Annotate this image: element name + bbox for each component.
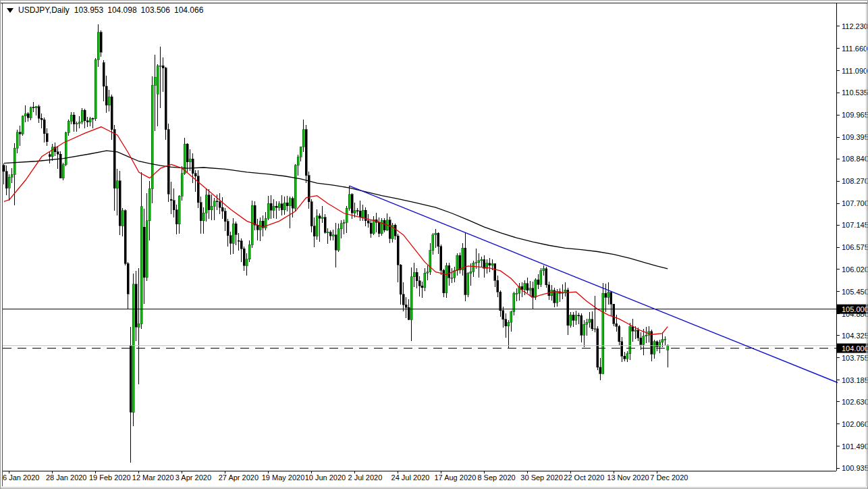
bear-candle [319, 216, 321, 218]
bear-candle [186, 144, 188, 162]
bull-candle [427, 272, 429, 274]
bear-candle [143, 227, 145, 278]
bear-candle [49, 155, 51, 157]
bull-candle [337, 229, 340, 250]
bear-candle [397, 236, 399, 265]
bear-candle [367, 221, 369, 223]
x-axis-label: 6 Jan 2020 [3, 473, 39, 482]
bull-candle [89, 118, 91, 122]
bull-candle [316, 216, 318, 236]
bear-candle [38, 107, 40, 118]
bear-candle [224, 211, 226, 222]
bull-candle [67, 121, 70, 132]
bull-candle [151, 85, 153, 188]
high-value: 104.098 [107, 5, 136, 15]
bear-candle [378, 222, 380, 234]
price-chart[interactable]: 112.230111.660111.090110.535109.965109.3… [0, 0, 868, 489]
bull-candle [643, 336, 645, 345]
bull-candle [267, 203, 269, 218]
bear-candle [240, 241, 242, 249]
trendline[interactable] [350, 186, 838, 382]
bear-candle [84, 110, 86, 120]
bull-candle [410, 277, 412, 320]
horizontal-price-lines[interactable] [3, 309, 836, 349]
bull-candle [634, 330, 636, 331]
x-axis-label: 12 Mar 2020 [132, 473, 174, 482]
bull-candle [65, 132, 67, 164]
bull-candle [11, 174, 13, 177]
bear-candle [100, 32, 102, 53]
bear-candle [402, 294, 404, 305]
bull-candle [13, 148, 16, 174]
y-axis-label: 107.145 [842, 221, 868, 229]
bear-candle [59, 154, 61, 178]
bull-candle [543, 269, 545, 271]
bear-candle [370, 223, 372, 234]
bull-candle [481, 259, 483, 261]
bear-candle [130, 345, 132, 412]
bull-candle [456, 255, 458, 271]
bear-candle [165, 68, 167, 130]
bull-candle [362, 210, 364, 217]
bear-candle [356, 211, 358, 211]
bear-candle [613, 304, 615, 324]
bear-candle [43, 120, 45, 133]
bear-candle [208, 195, 210, 210]
bull-candle [524, 284, 526, 290]
bull-candle [327, 232, 329, 233]
bear-candle [119, 181, 121, 226]
y-axis-label: 107.700 [842, 199, 868, 207]
y-axis-label: 106.575 [842, 243, 868, 251]
bear-candle [389, 220, 391, 239]
bear-candle [46, 134, 48, 142]
bull-candle [22, 116, 24, 134]
bull-candle [213, 201, 215, 207]
bear-candle [175, 210, 178, 224]
bear-candle [229, 236, 232, 244]
bear-candle [194, 174, 196, 176]
bear-candle [173, 201, 175, 210]
bear-candle [170, 199, 172, 200]
bear-candle [254, 205, 256, 225]
bear-candle [537, 280, 539, 284]
bull-candle [30, 107, 32, 118]
y-axis-label: 111.660 [842, 45, 867, 53]
bull-candle [583, 324, 585, 335]
bull-candle [429, 251, 431, 272]
chart-window: 112.230111.660111.090110.535109.965109.3… [0, 0, 868, 489]
bear-candle [192, 159, 194, 173]
bull-candle [629, 327, 631, 354]
x-axis-label: 8 Sep 2020 [477, 473, 515, 482]
bull-candle [302, 130, 304, 147]
bull-candle [491, 263, 493, 265]
bull-candle [148, 188, 151, 220]
x-axis-label: 3 Apr 2020 [175, 473, 211, 482]
bull-candle [413, 272, 415, 276]
x-axis-label: 19 Feb 2020 [89, 473, 131, 482]
low-value: 103.506 [141, 5, 170, 15]
bull-candle [575, 315, 577, 321]
bear-candle [216, 201, 218, 202]
y-axis-labels: 112.230111.660111.090110.535109.965109.3… [836, 22, 868, 472]
bear-candle [621, 342, 623, 356]
bull-candle [462, 248, 464, 269]
bear-candle [418, 281, 421, 286]
symbol-period-label: USDJPY,Daily [18, 5, 70, 15]
bear-candle [135, 284, 137, 328]
bull-candle [467, 274, 469, 294]
bear-candle [57, 152, 59, 154]
bull-candle [78, 122, 80, 124]
trendline-group[interactable] [350, 186, 838, 382]
bull-candle [343, 222, 345, 224]
bull-candle [24, 113, 26, 115]
bear-candle [308, 176, 310, 202]
bear-candle [359, 211, 361, 217]
ohlc-readout: USDJPY,Daily 103.953 104.098 103.506 104… [7, 5, 203, 15]
bull-candle [535, 280, 537, 297]
y-axis-label: 100.935 [842, 464, 868, 472]
bull-candle [659, 342, 661, 346]
bull-candle [248, 244, 250, 259]
bull-candle [140, 207, 142, 324]
y-axis-label: 101.490 [842, 442, 868, 451]
bull-candle [667, 346, 669, 351]
